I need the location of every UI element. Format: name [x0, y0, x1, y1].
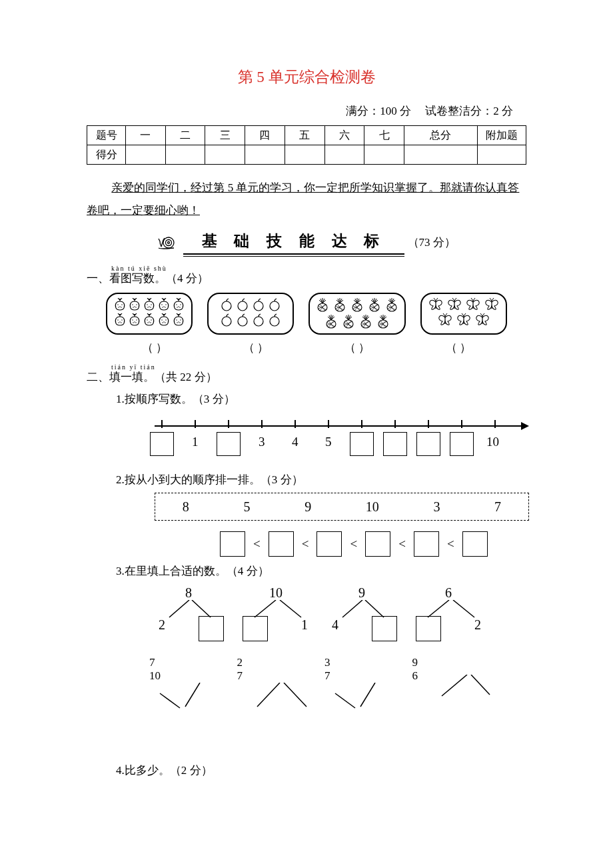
pool-num: 10	[366, 499, 379, 515]
svg-point-24	[180, 304, 181, 305]
svg-point-39	[151, 319, 151, 320]
svg-point-17	[150, 307, 151, 307]
pool-num: 8	[183, 499, 189, 515]
svg-point-33	[132, 319, 133, 320]
number-line: 1 3 4 5 10	[155, 412, 526, 465]
svg-point-31	[118, 322, 119, 323]
svg-line-73	[280, 600, 301, 617]
svg-point-14	[151, 304, 151, 305]
number-bond: 10 1	[240, 585, 326, 652]
svg-point-0	[163, 237, 174, 248]
svg-point-45	[163, 321, 164, 322]
svg-point-59	[254, 317, 263, 326]
svg-point-15	[149, 306, 149, 307]
answer-blank[interactable]: （ ）	[314, 340, 400, 355]
cell[interactable]	[285, 145, 324, 165]
svg-point-2	[168, 241, 170, 243]
full-marks: 满分：100 分	[346, 105, 411, 117]
answer-blank[interactable]: （ ）	[415, 340, 502, 355]
fill-box[interactable]	[243, 616, 268, 641]
question-2: tián yī tián 二、填一填。（共 22 分） 1.按顺序写数。（3 分…	[87, 363, 526, 778]
count-card-pineapple	[308, 293, 406, 335]
svg-point-60	[270, 317, 279, 326]
less-than: <	[253, 537, 261, 551]
snail-icon	[157, 235, 177, 253]
svg-point-41	[147, 322, 148, 323]
svg-point-55	[254, 301, 263, 311]
intro-text: 亲爱的同学们，经过第 5 单元的学习，你一定把所学知识掌握了。那就请你认真答卷吧…	[87, 177, 526, 222]
fill-box[interactable]	[217, 432, 241, 456]
svg-point-11	[133, 307, 133, 307]
svg-line-78	[160, 693, 180, 708]
cell[interactable]	[478, 145, 526, 165]
answer-blank[interactable]: （ ）	[213, 340, 299, 355]
q2-label: 二、填一填。（共 22 分）	[87, 371, 217, 383]
svg-point-22	[165, 307, 165, 307]
section-banner: 基 础 技 能 达 标 （73 分）	[87, 230, 526, 253]
cell[interactable]	[126, 145, 166, 165]
svg-point-21	[162, 307, 163, 307]
fill-box[interactable]	[150, 432, 174, 456]
fill-box[interactable]	[416, 432, 440, 456]
fill-box[interactable]	[220, 531, 245, 557]
fill-box[interactable]	[316, 531, 342, 557]
pool-num: 9	[305, 499, 311, 515]
answer-blank[interactable]: （ ）	[111, 340, 198, 355]
cell[interactable]	[245, 145, 285, 165]
cell: 三	[205, 126, 245, 145]
fill-box[interactable]	[365, 531, 390, 557]
svg-point-16	[147, 307, 148, 307]
cell[interactable]	[205, 145, 245, 165]
svg-line-83	[360, 683, 375, 707]
svg-line-71	[192, 600, 211, 617]
axis-line	[155, 425, 528, 427]
svg-point-49	[180, 319, 181, 320]
tick-label: 5	[325, 435, 332, 449]
svg-point-46	[162, 322, 163, 323]
svg-line-77	[453, 600, 474, 617]
pinyin: tián yī tián	[111, 363, 526, 371]
svg-point-57	[222, 317, 231, 326]
fill-box[interactable]	[416, 616, 441, 641]
svg-point-51	[177, 322, 177, 323]
svg-point-44	[165, 319, 166, 320]
fill-box[interactable]	[269, 531, 294, 557]
cell[interactable]	[324, 145, 364, 165]
cell[interactable]	[364, 145, 404, 165]
tick-label: 3	[259, 435, 265, 449]
svg-line-80	[257, 683, 280, 707]
fill-box[interactable]	[350, 432, 374, 456]
cell[interactable]	[404, 145, 477, 165]
svg-point-20	[163, 306, 164, 307]
q2-1-label: 1.按顺序写数。（3 分）	[116, 393, 235, 405]
svg-point-9	[136, 304, 137, 305]
fill-box[interactable]	[462, 531, 488, 557]
fill-box[interactable]	[414, 531, 439, 557]
cell: 题号	[87, 126, 126, 145]
table-row: 题号 一 二 三 四 五 六 七 总分 附加题	[87, 126, 526, 145]
less-than: <	[302, 537, 309, 551]
tick-label: 10	[486, 435, 499, 449]
svg-point-3	[117, 304, 118, 305]
fill-box[interactable]	[383, 432, 407, 456]
cell: 总分	[404, 126, 477, 145]
fill-box[interactable]	[199, 616, 224, 641]
cell: 七	[364, 126, 404, 145]
svg-point-6	[118, 307, 119, 307]
svg-point-13	[147, 304, 147, 305]
fill-box[interactable]	[450, 432, 474, 456]
q2-1: 1.按顺序写数。（3 分） 1 3 4	[116, 391, 526, 465]
svg-point-25	[178, 306, 179, 307]
svg-line-79	[185, 683, 200, 707]
count-card-strawberry	[106, 293, 193, 335]
q2-2-label: 2.按从小到大的顺序排一排。（3 分）	[116, 473, 303, 486]
svg-point-30	[119, 321, 120, 322]
svg-line-74	[342, 600, 362, 617]
svg-point-28	[117, 319, 118, 320]
fill-box[interactable]	[372, 616, 397, 641]
cell[interactable]	[165, 145, 205, 165]
table-row: 得分	[87, 145, 526, 165]
svg-line-85	[471, 675, 490, 695]
compare-row: < < < < <	[220, 531, 526, 557]
svg-point-27	[179, 307, 180, 307]
